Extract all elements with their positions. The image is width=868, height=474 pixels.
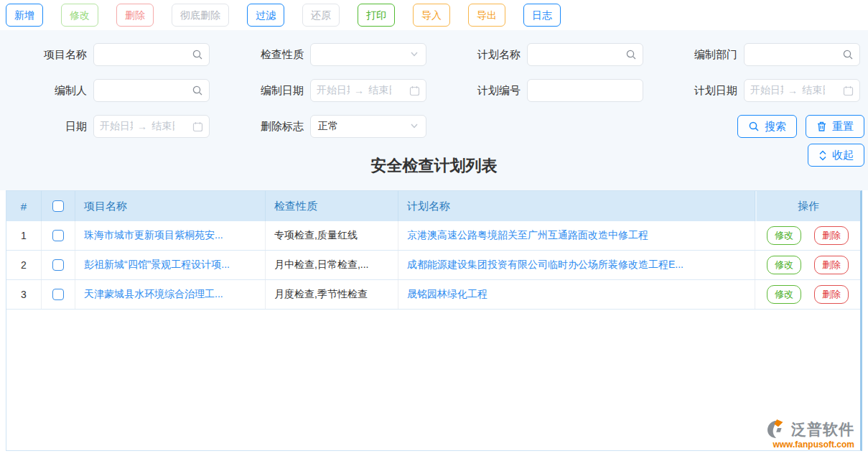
search-icon (192, 85, 203, 96)
author-search (93, 79, 210, 102)
dept-search (744, 43, 860, 66)
start-date-placeholder: 开始日期 (750, 84, 783, 97)
row-edit-button[interactable]: 修改 (767, 226, 801, 245)
table-row: 1 珠海市城市更新项目紫桐苑安... 专项检查,质量红线 京港澳高速公路粤境韶关… (6, 221, 860, 251)
plan-name-label: 计划名称 (477, 48, 521, 62)
col-ops: 操作 (755, 191, 860, 221)
collapse-button[interactable]: 收起 (808, 144, 864, 167)
plan-link[interactable]: 晟铭园林绿化工程 (407, 288, 487, 301)
row-index: 3 (6, 280, 42, 309)
table-header-row: # 项目名称 检查性质 计划名称 操作 (6, 191, 860, 221)
add-button[interactable]: 新增 (6, 4, 43, 27)
arrow-right-icon: → (788, 85, 798, 96)
col-index: # (6, 191, 42, 221)
end-date-placeholder: 结束日期 (368, 84, 391, 97)
row-index: 1 (6, 221, 42, 250)
date-label: 日期 (65, 120, 87, 134)
delete-flag-value: 正常 (318, 120, 338, 133)
calendar-icon (409, 85, 420, 96)
reset-button[interactable]: 重置 (806, 115, 864, 138)
start-date-placeholder: 开始日期 (317, 84, 350, 97)
end-date-placeholder: 结束日期 (151, 120, 174, 133)
reset-button-label: 重置 (832, 120, 854, 134)
arrow-right-icon: → (137, 121, 147, 132)
row-delete-button[interactable]: 删除 (814, 256, 849, 274)
plan-link[interactable]: 成都能源建设集团投资有限公司临时办公场所装修改造工程E... (407, 259, 683, 271)
compile-date-range[interactable]: 开始日期 → 结束日期 (310, 79, 426, 102)
search-button[interactable]: 搜索 (737, 115, 797, 138)
search-button-label: 搜索 (765, 120, 786, 134)
arrow-right-icon: → (354, 85, 364, 96)
plan-date-range[interactable]: 开始日期 → 结束日期 (744, 79, 860, 102)
delete-flag-select[interactable]: 正常 (310, 115, 426, 138)
plan-list-table: # 项目名称 检查性质 计划名称 操作 1 珠海市城市更新项目紫桐苑安... 专… (6, 190, 862, 451)
search-icon (748, 121, 760, 132)
start-date-placeholder: 开始日期 (100, 120, 133, 133)
chevron-down-icon (410, 49, 419, 60)
plan-no-field (527, 79, 643, 102)
print-button[interactable]: 打印 (358, 4, 395, 27)
calendar-icon (192, 121, 203, 132)
page-title: 安全检查计划列表 (0, 144, 868, 190)
plan-no-label: 计划编号 (477, 84, 521, 98)
select-all-checkbox[interactable] (52, 200, 64, 212)
project-link[interactable]: 天津蒙城县水环境综合治理工... (84, 288, 223, 301)
filter-panel: 项目名称 检查性质 计划名称 (0, 30, 868, 190)
col-nature: 检查性质 (266, 191, 398, 221)
table-row: 3 天津蒙城县水环境综合治理工... 月度检查,季节性检查 晟铭园林绿化工程 修… (6, 280, 860, 310)
purge-button[interactable]: 彻底删除 (172, 4, 229, 27)
end-date-placeholder: 结束日期 (802, 84, 825, 97)
row-delete-button[interactable]: 删除 (814, 285, 849, 304)
plan-date-label: 计划日期 (694, 84, 737, 98)
col-project: 项目名称 (75, 191, 266, 221)
plan-link[interactable]: 京港澳高速公路粤境韶关至广州互通路面改造中修工程 (407, 229, 648, 242)
row-edit-button[interactable]: 修改 (767, 256, 801, 274)
plan-name-search (527, 43, 643, 66)
fanpu-logo-icon (767, 419, 788, 439)
col-plan: 计划名称 (398, 191, 755, 221)
delete-flag-label: 删除标志 (261, 120, 304, 134)
row-delete-button[interactable]: 删除 (814, 226, 849, 245)
row-checkbox[interactable] (52, 230, 64, 241)
trash-icon (816, 121, 827, 132)
calendar-icon (843, 85, 854, 96)
vendor-watermark: 泛普软件 www.fanpusoft.com (767, 419, 854, 449)
delete-button[interactable]: 删除 (116, 4, 154, 27)
table-row: 2 彭祖新城“四馆”景观工程设计项... 月中检查,日常检查,... 成都能源建… (6, 251, 860, 280)
project-link[interactable]: 彭祖新城“四馆”景观工程设计项... (84, 259, 230, 271)
row-index: 2 (6, 251, 42, 279)
collapse-icon (818, 150, 827, 161)
search-icon (192, 49, 203, 60)
project-name-search (93, 43, 210, 66)
plan-no-input[interactable] (528, 80, 643, 101)
vendor-url: www.fanpusoft.com (767, 440, 854, 449)
collapse-button-label: 收起 (832, 149, 854, 162)
import-button[interactable]: 导入 (413, 4, 450, 27)
edit-button[interactable]: 修改 (61, 4, 98, 27)
row-checkbox[interactable] (52, 289, 64, 300)
filter-button[interactable]: 过滤 (247, 4, 284, 27)
author-label: 编制人 (55, 84, 87, 98)
log-button[interactable]: 日志 (523, 4, 561, 27)
project-name-label: 项目名称 (44, 48, 87, 62)
row-checkbox[interactable] (52, 259, 64, 271)
search-icon (842, 49, 854, 60)
export-button[interactable]: 导出 (468, 4, 505, 27)
compile-date-label: 编制日期 (261, 84, 304, 98)
check-nature-label: 检查性质 (261, 48, 304, 62)
restore-button[interactable]: 还原 (302, 4, 340, 27)
row-edit-button[interactable]: 修改 (767, 285, 801, 304)
date-range[interactable]: 开始日期 → 结束日期 (93, 115, 210, 138)
project-link[interactable]: 珠海市城市更新项目紫桐苑安... (84, 229, 223, 242)
dept-label: 编制部门 (694, 48, 737, 62)
vendor-name: 泛普软件 (791, 422, 854, 437)
chevron-down-icon (410, 121, 419, 132)
toolbar: 新增 修改 删除 彻底删除 过滤 还原 打印 导入 导出 日志 (0, 0, 868, 30)
nature-cell: 月中检查,日常检查,... (266, 251, 398, 279)
check-nature-select[interactable] (310, 43, 426, 66)
nature-cell: 专项检查,质量红线 (266, 221, 398, 250)
nature-cell: 月度检查,季节性检查 (266, 280, 398, 309)
search-icon (625, 49, 637, 60)
